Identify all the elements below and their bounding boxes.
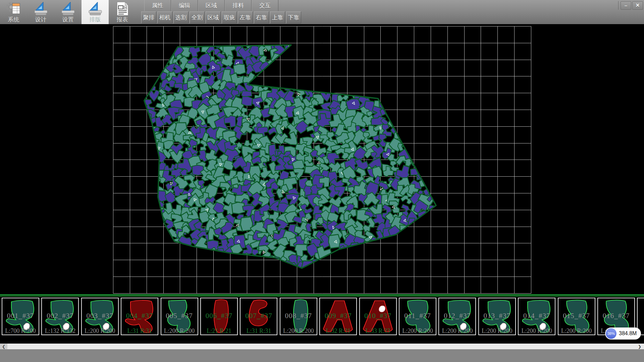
piece-count: L:200 R:200 bbox=[82, 327, 118, 335]
tool-button-3[interactable]: 选割 bbox=[173, 11, 189, 23]
piece-thumbnail[interactable]: 014_#37L:200 R:200 bbox=[518, 298, 555, 335]
piece-count: L:200 R:200 bbox=[161, 327, 198, 335]
piece-thumbnail[interactable]: 003_#37L:200 R:200 bbox=[81, 298, 119, 335]
piece-thumbnail[interactable]: 005_#37L:200 R:200 bbox=[161, 298, 198, 335]
piece-thumbnail[interactable]: 015_#37L:200 R:200 bbox=[558, 298, 595, 335]
piece-count: L:200 R:200 bbox=[558, 327, 595, 335]
application-window: 系统设计设置排版报表 属性编辑区域排料交互 聚排相机选割全割区域瑕疵左靠右靠上靠… bbox=[0, 0, 644, 362]
piece-count: L:200 R:200 bbox=[399, 327, 436, 335]
piece-count: L:132 R:132 bbox=[42, 327, 78, 335]
tool-button-5[interactable]: 区域 bbox=[206, 11, 221, 23]
design-icon bbox=[60, 1, 76, 16]
scroll-left-arrow-icon[interactable]: ❮ bbox=[0, 344, 7, 349]
piece-name: 014_#37 bbox=[519, 312, 555, 320]
piece-name: 001_#37 bbox=[2, 312, 39, 320]
design-icon bbox=[33, 1, 49, 16]
piece-name: 008_#37 bbox=[280, 312, 317, 320]
memory-percent-indicator: 38% bbox=[606, 328, 616, 339]
piece-thumbnail[interactable]: 011_#37L:200 R:200 bbox=[399, 298, 436, 335]
piece-count: L:200 R:200 bbox=[519, 327, 555, 335]
piece-name: 015_#37 bbox=[558, 312, 595, 320]
design-icon bbox=[88, 1, 103, 16]
app-tab-label: 系统 bbox=[8, 16, 19, 23]
app-tab-5[interactable]: 报表 bbox=[109, 0, 136, 24]
piece-name: 012_#37 bbox=[439, 312, 475, 320]
tool-button-9[interactable]: 上靠 bbox=[270, 11, 285, 23]
menu-item-5[interactable]: 交互 bbox=[252, 0, 278, 11]
piece-count: L:200 R:200 bbox=[439, 327, 475, 335]
piece-name: 006_#37 bbox=[201, 312, 237, 320]
piece-name: 003_#37 bbox=[82, 312, 118, 320]
close-button[interactable]: ✕ bbox=[632, 1, 643, 10]
piece-count: L:700 R:700 bbox=[2, 327, 39, 335]
menu-item-4[interactable]: 排料 bbox=[225, 0, 252, 11]
app-tab-label: 排版 bbox=[90, 16, 101, 23]
minimize-button[interactable]: – bbox=[621, 1, 631, 10]
piece-name: 009_#37 bbox=[320, 312, 356, 320]
scroll-right-arrow-icon[interactable]: ❯ bbox=[636, 344, 643, 349]
piece-name: 011_#37 bbox=[399, 312, 436, 320]
app-tab-2[interactable]: 设计 bbox=[27, 0, 54, 24]
menu-bar: 属性编辑区域排料交互 bbox=[144, 0, 278, 11]
strip-separator-line bbox=[0, 294, 644, 295]
piece-thumbnail[interactable]: 001_#37L:700 R:700 bbox=[2, 298, 39, 335]
piece-thumbnail[interactable]: 008_#37L:200 R:200 bbox=[280, 298, 317, 335]
nesting-canvas-area[interactable] bbox=[0, 24, 644, 294]
toolbar: 系统设计设置排版报表 属性编辑区域排料交互 聚排相机选割全割区域瑕疵左靠右靠上靠… bbox=[0, 0, 644, 24]
piece-thumbnail[interactable]: 012_#37L:200 R:200 bbox=[438, 298, 476, 335]
app-tab-4[interactable]: 排版 bbox=[82, 0, 109, 24]
piece-thumbnail[interactable]: 010_#37L:33 R:33 bbox=[359, 298, 397, 335]
app-tab-label: 设计 bbox=[35, 16, 47, 23]
piece-name: 010_#37 bbox=[360, 312, 396, 320]
system-icon bbox=[6, 1, 21, 16]
piece-count: L:33 R:33 bbox=[360, 327, 396, 335]
tool-button-8[interactable]: 右靠 bbox=[254, 11, 269, 23]
piece-name: 007_#37 bbox=[240, 312, 277, 320]
piece-name: 005_#37 bbox=[161, 312, 198, 320]
piece-count: L:200 R:200 bbox=[479, 327, 515, 335]
piece-thumbnail[interactable]: 013_#37L:200 R:200 bbox=[478, 298, 516, 335]
memory-usage-label: 384.8M bbox=[619, 330, 637, 337]
piece-count: L:31 R:31 bbox=[121, 327, 158, 335]
piece-name: 002_#37 bbox=[42, 312, 78, 320]
piece-thumbnail[interactable]: 007_#37L:31 R:31 bbox=[240, 298, 277, 335]
app-tab-label: 设置 bbox=[62, 16, 74, 23]
piece-name: 016_#37 bbox=[598, 312, 634, 320]
status-bar bbox=[0, 349, 644, 362]
pieces-strip: 001_#37L:700 R:700002_#37L:132 R:132003_… bbox=[0, 297, 644, 338]
app-tabs: 系统设计设置排版报表 bbox=[0, 0, 136, 24]
app-tab-3[interactable]: 设置 bbox=[54, 0, 82, 24]
menu-item-3[interactable]: 区域 bbox=[198, 0, 225, 11]
tool-button-2[interactable]: 相机 bbox=[157, 11, 172, 23]
strip-separator-line bbox=[0, 296, 644, 296]
memory-badge[interactable]: 38% 384.8M bbox=[605, 327, 641, 340]
tool-button-7[interactable]: 左靠 bbox=[238, 11, 253, 23]
piece-thumbnail[interactable]: 006_#37L:21 R:21 bbox=[200, 298, 238, 335]
menu-item-1[interactable]: 属性 bbox=[144, 0, 171, 11]
tool-button-6[interactable]: 瑕疵 bbox=[222, 11, 237, 23]
piece-count: L:200 R:200 bbox=[280, 327, 317, 335]
report-icon bbox=[115, 1, 130, 16]
window-controls: – ✕ bbox=[618, 1, 643, 10]
piece-thumbnail[interactable]: 009_#37L:32 R:31 bbox=[319, 298, 357, 335]
piece-count: L:31 R:31 bbox=[240, 327, 277, 335]
app-tab-label: 报表 bbox=[117, 16, 128, 23]
piece-thumbnail[interactable]: 004_#37L:31 R:31 bbox=[121, 298, 158, 335]
piece-count: L:32 R:31 bbox=[320, 327, 356, 335]
menu-item-2[interactable]: 编辑 bbox=[171, 0, 198, 11]
piece-count: L:21 R:21 bbox=[201, 327, 237, 335]
app-tab-1[interactable]: 系统 bbox=[0, 0, 27, 24]
piece-name: 013_#37 bbox=[479, 312, 515, 320]
tool-button-10[interactable]: 下靠 bbox=[286, 11, 301, 23]
nesting-canvas[interactable] bbox=[0, 24, 644, 294]
piece-thumbnail[interactable]: 002_#37L:132 R:132 bbox=[41, 298, 79, 335]
horizontal-scrollbar[interactable]: ❮ ❯ bbox=[0, 344, 644, 349]
tool-button-1[interactable]: 聚排 bbox=[141, 11, 156, 23]
tool-row: 聚排相机选割全割区域瑕疵左靠右靠上靠下靠 bbox=[141, 11, 302, 24]
tool-button-4[interactable]: 全割 bbox=[190, 11, 205, 23]
piece-name: 004_#37 bbox=[121, 312, 158, 320]
